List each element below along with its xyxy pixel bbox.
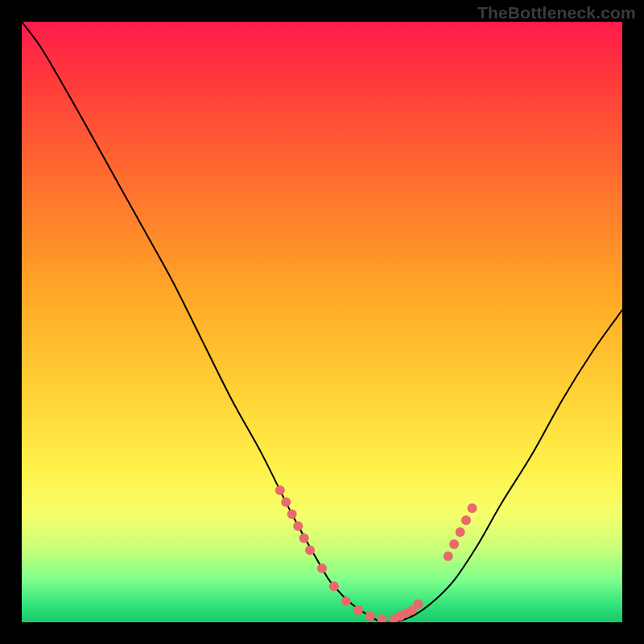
watermark-text: TheBottleneck.com (477, 3, 636, 23)
data-dot (341, 597, 351, 606)
data-dot (456, 527, 465, 537)
data-dot (365, 612, 375, 621)
chart-plot-area (22, 22, 622, 622)
chart-frame: TheBottleneck.com (0, 0, 644, 644)
data-dot (329, 581, 339, 591)
data-dot (305, 546, 315, 555)
data-dot (449, 539, 459, 549)
data-dot (287, 510, 297, 519)
data-dot (293, 522, 303, 531)
data-dot (275, 485, 285, 495)
data-dot (353, 605, 363, 615)
data-dot (444, 551, 453, 561)
data-dot (317, 564, 327, 573)
bottleneck-curve-svg (22, 22, 622, 622)
data-dot (413, 600, 423, 609)
bottleneck-curve (22, 22, 622, 622)
data-dot (281, 497, 291, 507)
data-dot (468, 503, 477, 513)
curve-data-dots (275, 485, 477, 622)
data-dot (299, 534, 309, 543)
data-dot (461, 515, 471, 525)
data-dot (378, 614, 387, 622)
